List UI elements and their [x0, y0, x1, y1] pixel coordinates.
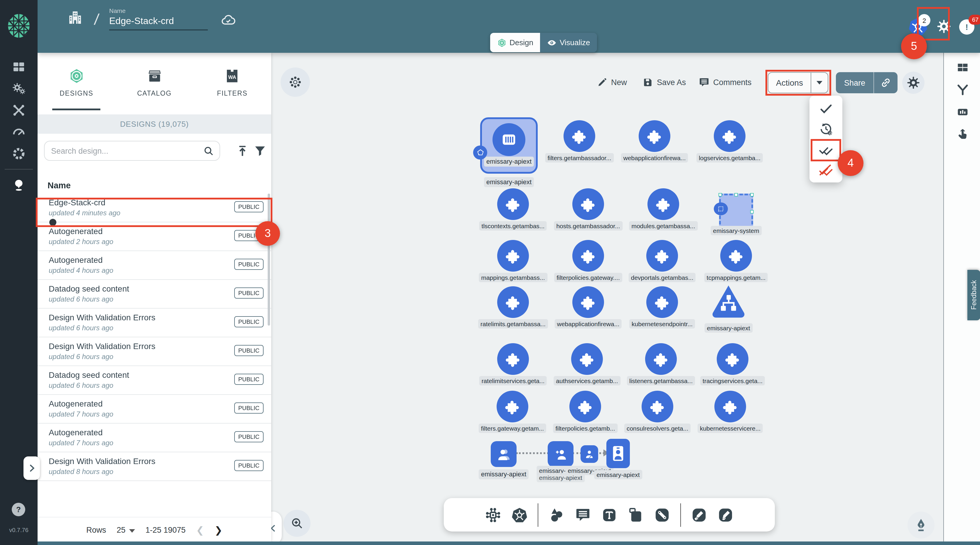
namespace-rect [719, 194, 753, 230]
filter-icon[interactable] [254, 144, 267, 157]
text-icon [601, 507, 617, 523]
actions-dropdown-button[interactable] [811, 81, 828, 84]
node-label: emissary-apiext [484, 157, 534, 167]
dock-tool-note[interactable] [627, 507, 644, 523]
copy-link-button[interactable] [874, 77, 897, 89]
zoom-in-button[interactable] [283, 510, 310, 537]
breadcrumb-separator: / [93, 11, 100, 29]
rail-item-analytics[interactable] [944, 101, 980, 123]
design-list-row[interactable]: Design With Validation Errors updated 8 … [38, 452, 271, 481]
sidebar-expand-button[interactable] [24, 456, 40, 480]
design-name-field: Name [109, 7, 209, 30]
rail-item-merge[interactable] [944, 79, 980, 101]
upload-icon[interactable] [236, 144, 249, 157]
help-button[interactable]: ? [12, 503, 25, 516]
crd-circle [639, 120, 670, 152]
search-design-input[interactable] [45, 141, 220, 160]
link-icon [880, 77, 892, 89]
design-list-row[interactable]: Autogenerated updated 7 hours ago PUBLIC [38, 395, 271, 424]
actions-menu-double-check-slash[interactable] [810, 160, 842, 180]
design-list-row[interactable]: Design With Validation Errors updated 6 … [38, 337, 271, 366]
crd-circle [570, 391, 601, 423]
layout-options-button[interactable] [281, 67, 310, 97]
node-label: tcpmappings.getam... [705, 273, 768, 282]
selection-handle[interactable] [734, 193, 738, 197]
save-as-button[interactable]: Save As [642, 77, 686, 88]
rail-item-interact[interactable] [944, 123, 980, 146]
search-icon[interactable] [202, 145, 215, 157]
list-scrollbar[interactable] [268, 194, 270, 326]
selection-handle[interactable] [750, 210, 754, 213]
gear-icon [907, 76, 920, 89]
pagination-bar: Rows 25 1-25 19075 ❮ ❯ [38, 517, 271, 543]
sidebar-item-configuration[interactable] [0, 99, 38, 121]
design-list-row[interactable]: Autogenerated updated 2 hours ago PUBLIC [38, 222, 271, 251]
tab-visualize[interactable]: Visualize [540, 33, 597, 52]
visibility-badge: PUBLIC [234, 374, 264, 385]
panel-tab-filters[interactable]: FILTERS [193, 53, 271, 111]
visibility-badge: PUBLIC [234, 230, 264, 241]
panel-tab-catalog[interactable]: CATALOG [115, 53, 193, 111]
design-list-row[interactable]: Design With Validation Errors updated 6 … [38, 308, 271, 337]
sidebar-item-lifecycle[interactable] [0, 78, 38, 99]
design-list-row[interactable]: Autogenerated updated 4 hours ago PUBLIC [38, 251, 271, 280]
actions-button[interactable]: Actions [768, 78, 811, 87]
dock-tool-comment[interactable] [575, 507, 591, 523]
dock-tool-freehand-pen[interactable] [718, 507, 734, 523]
design-list-row[interactable]: Edge-Stack-crd updated 4 minutes ago PUB… [38, 194, 271, 222]
crd-circle [572, 240, 604, 272]
actions-menu-check[interactable] [810, 98, 842, 119]
circuit-icon [485, 507, 501, 523]
selection-handle[interactable] [750, 193, 754, 197]
dock-tool-text[interactable] [601, 507, 617, 523]
dock-tool-edge-pen[interactable] [691, 507, 707, 523]
design-list-row[interactable]: Datadog seed content updated 6 hours ago… [38, 366, 271, 395]
sidebar-item-dashboard[interactable] [0, 56, 38, 78]
organization-icon[interactable] [67, 10, 83, 26]
design-list-row[interactable]: Datadog seed content updated 6 hours ago… [38, 280, 271, 308]
panel-tab-designs[interactable]: DESIGNS [38, 53, 115, 111]
design-list-row[interactable]: Autogenerated updated 7 hours ago PUBLIC [38, 424, 271, 452]
comments-button[interactable]: Comments [698, 77, 752, 88]
meshery-logo-icon[interactable] [6, 12, 32, 39]
sidebar-item-location[interactable] [0, 174, 38, 196]
deployment-box: emissary-apiext [480, 118, 538, 174]
settings-gear-icon[interactable] [937, 19, 951, 33]
visibility-badge: PUBLIC [234, 402, 264, 413]
crd-circle [645, 343, 677, 375]
pen-mode-indicator[interactable] [907, 512, 934, 539]
design-name: Design With Validation Errors [49, 313, 156, 322]
crd-circle [497, 240, 529, 272]
dock-tool-shapes[interactable] [548, 507, 565, 523]
dock-tool-link[interactable] [654, 507, 670, 523]
actions-menu-double-check[interactable] [810, 139, 842, 160]
node-label: tracingservices.geta... [700, 376, 765, 385]
puzzle-icon [654, 248, 670, 264]
app-root: / Name Design Visualize 2 ! 67 ? v0.7.76 [0, 0, 980, 545]
tab-design[interactable]: Design [490, 33, 540, 52]
node-label: filterpolicies.gateway.... [554, 273, 622, 282]
selection-handle[interactable] [719, 193, 722, 197]
share-button[interactable]: Share [836, 78, 873, 87]
visibility-badge: PUBLIC [234, 345, 264, 356]
hierarchy-triangle-icon [710, 283, 747, 319]
dock-tool-circuit[interactable] [485, 507, 501, 523]
design-updated: updated 2 hours ago [49, 238, 113, 246]
dock-tool-kubernetes[interactable] [511, 507, 528, 523]
next-page-button[interactable]: ❯ [215, 524, 223, 535]
prev-page-button[interactable]: ❮ [196, 524, 204, 535]
check-icon [819, 101, 833, 115]
rail-item-panels[interactable] [944, 56, 980, 79]
visibility-badge: PUBLIC [234, 259, 264, 270]
share-split-button: Share [836, 72, 897, 93]
sidebar-item-extensions[interactable] [0, 143, 38, 164]
actions-menu-history-gear[interactable] [810, 119, 842, 139]
new-button[interactable]: New [597, 77, 627, 88]
sidebar-item-performance[interactable] [0, 121, 38, 143]
feedback-tab[interactable]: Feedback [967, 270, 980, 320]
design-name-input[interactable] [109, 14, 208, 30]
canvas-settings-button[interactable] [902, 72, 924, 94]
design-name: Datadog seed content [49, 370, 129, 380]
rows-per-page-select[interactable]: 25 [117, 526, 135, 534]
puzzle-icon [505, 196, 521, 212]
